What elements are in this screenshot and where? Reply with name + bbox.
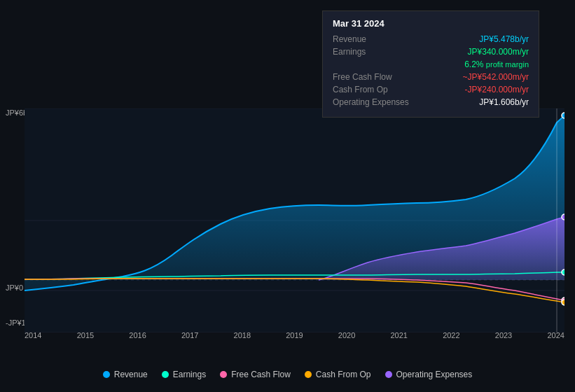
tooltip-opex-value: JP¥1.606b/yr: [479, 97, 529, 107]
x-label-2022: 2022: [443, 331, 459, 340]
svg-point-11: [562, 300, 564, 305]
x-label-2023: 2023: [495, 331, 512, 340]
x-label-2018: 2018: [234, 331, 251, 340]
legend: Revenue Earnings Free Cash Flow Cash Fro…: [0, 370, 575, 379]
legend-dot-earnings: [162, 371, 169, 378]
x-label-2024: 2024: [547, 331, 564, 340]
tooltip-profit-margin-value: 6.2% profit margin: [464, 59, 529, 69]
legend-label-cashop: Cash From Op: [316, 370, 371, 379]
y-axis-mid: JP¥0: [6, 284, 23, 292]
tooltip-fcf-label: Free Cash Flow: [333, 72, 417, 82]
tooltip-box: Mar 31 2024 Revenue JP¥5.478b/yr Earning…: [322, 10, 539, 118]
svg-point-7: [562, 113, 564, 118]
svg-point-8: [562, 214, 564, 220]
tooltip-earnings-value: JP¥340.000m/yr: [468, 47, 529, 57]
x-axis: 2014 2015 2016 2017 2018 2019 2020 2021 …: [25, 331, 564, 340]
chart-container: Mar 31 2024 Revenue JP¥5.478b/yr Earning…: [0, 0, 575, 392]
tooltip-fcf-value: ~JP¥542.000m/yr: [463, 72, 529, 82]
x-label-2016: 2016: [129, 331, 146, 340]
tooltip-cashop-value: -JP¥240.000m/yr: [465, 85, 529, 94]
legend-cashop[interactable]: Cash From Op: [305, 370, 371, 379]
tooltip-cashop-row: Cash From Op -JP¥240.000m/yr: [333, 85, 529, 94]
tooltip-revenue-label: Revenue: [333, 34, 417, 44]
legend-dot-fcf: [220, 371, 227, 378]
legend-label-revenue: Revenue: [114, 370, 148, 379]
chart-svg: [25, 108, 564, 332]
legend-dot-opex: [385, 371, 392, 378]
tooltip-date: Mar 31 2024: [333, 18, 529, 29]
legend-label-fcf: Free Cash Flow: [231, 370, 291, 379]
tooltip-earnings-label: Earnings: [333, 47, 417, 57]
tooltip-cashop-label: Cash From Op: [333, 85, 417, 94]
legend-earnings[interactable]: Earnings: [162, 370, 206, 379]
tooltip-profit-margin-row: 6.2% profit margin: [333, 59, 529, 69]
x-label-2020: 2020: [338, 331, 355, 340]
legend-label-opex: Operating Expenses: [396, 370, 473, 379]
x-label-2019: 2019: [286, 331, 303, 340]
legend-dot-cashop: [305, 371, 312, 378]
legend-label-earnings: Earnings: [173, 370, 206, 379]
legend-opex[interactable]: Operating Expenses: [385, 370, 473, 379]
x-label-2015: 2015: [77, 331, 94, 340]
tooltip-revenue-value: JP¥5.478b/yr: [479, 34, 529, 44]
x-label-2014: 2014: [25, 331, 41, 340]
x-label-2017: 2017: [181, 331, 198, 340]
legend-revenue[interactable]: Revenue: [103, 370, 148, 379]
x-label-2021: 2021: [390, 331, 407, 340]
tooltip-earnings-row: Earnings JP¥340.000m/yr: [333, 47, 529, 57]
tooltip-profit-margin-label: [333, 59, 417, 69]
tooltip-revenue-row: Revenue JP¥5.478b/yr: [333, 34, 529, 44]
legend-fcf[interactable]: Free Cash Flow: [220, 370, 291, 379]
tooltip-opex-row: Operating Expenses JP¥1.606b/yr: [333, 97, 529, 107]
legend-dot-revenue: [103, 371, 110, 378]
svg-point-9: [562, 270, 564, 275]
tooltip-fcf-row: Free Cash Flow ~JP¥542.000m/yr: [333, 72, 529, 82]
tooltip-opex-label: Operating Expenses: [333, 97, 417, 107]
